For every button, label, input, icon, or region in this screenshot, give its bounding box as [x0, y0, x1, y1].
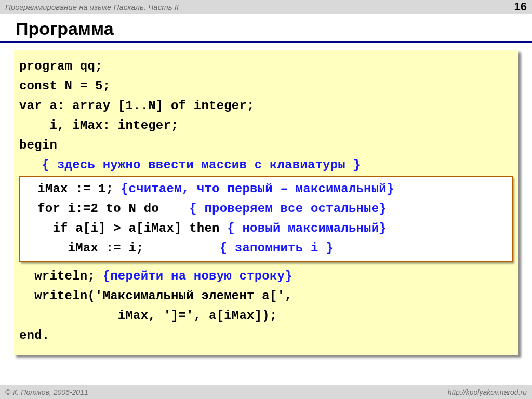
- subject-text: Программирование на языке Паскаль. Часть…: [5, 3, 179, 11]
- slide-header: Программирование на языке Паскаль. Часть…: [0, 0, 532, 14]
- comment: { запомнить i }: [220, 241, 334, 255]
- code-line: i, iMax: integer;: [19, 116, 514, 136]
- code-line: const N = 5;: [19, 76, 514, 96]
- code-line: begin: [19, 136, 514, 155]
- code-line: writeln; {перейти на новую строку}: [19, 267, 514, 286]
- page-number: 16: [514, 0, 527, 14]
- code-line: iMax := 1; {считаем, что первый – максим…: [22, 179, 509, 199]
- comment: { здесь нужно ввести массив с клавиатуры…: [42, 158, 361, 172]
- comment: {перейти на новую строку}: [103, 269, 292, 283]
- code-line: var a: array [1..N] of integer;: [19, 96, 514, 116]
- code-box: program qq; const N = 5; var a: array [1…: [14, 50, 518, 355]
- code-line: end.: [19, 326, 514, 345]
- code-line: { здесь нужно ввести массив с клавиатуры…: [19, 155, 514, 175]
- code-area: program qq; const N = 5; var a: array [1…: [0, 50, 532, 355]
- footer-url: http://kpolyakov.narod.ru: [448, 388, 527, 396]
- comment: { новый максимальный}: [227, 221, 387, 235]
- code-line: if a[i] > a[iMax] then { новый максималь…: [22, 219, 509, 238]
- slide-title: Программа: [0, 14, 532, 43]
- code-line: for i:=2 to N do { проверяем все остальн…: [22, 199, 509, 219]
- code-line: iMax, ']=', a[iMax]);: [19, 306, 514, 326]
- code-line: program qq;: [19, 57, 514, 76]
- comment: {считаем, что первый – максимальный}: [121, 182, 394, 196]
- comment: { проверяем все остальные}: [189, 202, 387, 216]
- slide-footer: © К. Поляков, 2006-2011 http://kpolyakov…: [0, 385, 532, 399]
- code-line: writeln('Максимальный элемент a[',: [19, 286, 514, 306]
- copyright-text: © К. Поляков, 2006-2011: [5, 388, 88, 396]
- highlighted-block: iMax := 1; {считаем, что первый – максим…: [19, 176, 513, 262]
- code-line: iMax := i; { запомнить i }: [22, 238, 509, 258]
